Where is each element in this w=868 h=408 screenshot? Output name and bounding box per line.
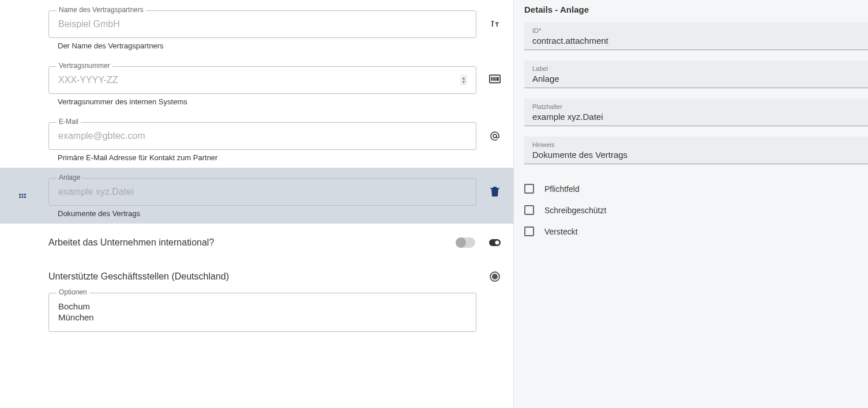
svg-point-11 bbox=[19, 196, 21, 198]
field-row-attachment[interactable]: Anlage Dokumente des Vertrags bbox=[0, 168, 513, 224]
option-item: München bbox=[58, 312, 467, 323]
checkboxes-section: Pflichtfeld Schreibgeschützt Versteckt bbox=[514, 178, 868, 242]
svg-point-16 bbox=[495, 241, 499, 245]
detail-field-label[interactable]: Label bbox=[524, 61, 868, 88]
details-panel: Details - Anlage ID* Label Platzhalter H… bbox=[513, 0, 868, 408]
options-box[interactable]: Bochum München bbox=[48, 293, 476, 332]
checkbox-row-required[interactable]: Pflichtfeld bbox=[514, 178, 868, 199]
options-wrapper: Optionen Bochum München bbox=[48, 293, 476, 332]
email-input[interactable] bbox=[48, 122, 476, 150]
checkbox-label: Pflichtfeld bbox=[544, 184, 580, 194]
question-text: Arbeitet das Unternehmen international? bbox=[48, 237, 456, 248]
section-header: Unterstützte Geschäftsstellen (Deutschla… bbox=[48, 271, 502, 282]
checkbox-label: Schreibgeschützt bbox=[544, 206, 606, 215]
checkbox-row-readonly[interactable]: Schreibgeschützt bbox=[514, 199, 868, 221]
detail-field-hint[interactable]: Hinweis bbox=[524, 137, 868, 164]
detail-field-placeholder[interactable]: Platzhalter bbox=[524, 99, 868, 126]
radio-type-icon bbox=[488, 271, 502, 282]
field-label: Name des Vertragspartners bbox=[57, 6, 146, 14]
checkbox-row-hidden[interactable]: Versteckt bbox=[514, 221, 868, 242]
drag-handle-icon[interactable] bbox=[18, 193, 27, 203]
attachment-input[interactable] bbox=[48, 178, 476, 206]
svg-rect-14 bbox=[490, 188, 499, 189]
field-row-email[interactable]: E-Mail Primäre E-Mail Adresse für Kontak… bbox=[0, 112, 513, 168]
field-label: Vertragsnummer bbox=[57, 62, 112, 70]
required-checkbox[interactable] bbox=[524, 184, 534, 194]
hint-input[interactable] bbox=[532, 150, 860, 160]
field-label: Anlage bbox=[57, 173, 82, 182]
stepper-down-icon[interactable]: ▼ bbox=[461, 80, 466, 84]
name-input[interactable] bbox=[48, 10, 476, 38]
delete-icon[interactable] bbox=[488, 186, 502, 197]
email-type-icon bbox=[488, 130, 502, 142]
label-input[interactable] bbox=[532, 74, 860, 84]
field-row-name[interactable]: Name des Vertragspartners Der Name des V… bbox=[0, 0, 513, 56]
field-row-contract-number[interactable]: Vertragsnummer ▲ ▼ Vertragsnummer des in… bbox=[0, 56, 513, 112]
svg-point-13 bbox=[24, 196, 26, 198]
hidden-checkbox[interactable] bbox=[524, 226, 534, 236]
options-label: Optionen bbox=[57, 288, 89, 296]
field-container: Vertragsnummer ▲ ▼ Vertragsnummer des in… bbox=[48, 56, 488, 112]
id-input[interactable] bbox=[532, 36, 860, 46]
field-help: Der Name des Vertragspartners bbox=[58, 41, 476, 50]
form-editor-panel: Name des Vertragspartners Der Name des V… bbox=[0, 0, 513, 408]
detail-label: Hinweis bbox=[532, 141, 860, 148]
field-wrapper: Name des Vertragspartners bbox=[48, 10, 476, 38]
contract-number-input[interactable] bbox=[48, 66, 476, 94]
readonly-checkbox[interactable] bbox=[524, 205, 534, 215]
field-label: E-Mail bbox=[57, 118, 81, 126]
field-help: Dokumente des Vertrags bbox=[58, 209, 476, 218]
placeholder-input[interactable] bbox=[532, 112, 860, 122]
field-container: Name des Vertragspartners Der Name des V… bbox=[48, 0, 488, 56]
field-wrapper: Anlage bbox=[48, 178, 476, 206]
field-help: Vertragsnummer des internen Systems bbox=[58, 97, 476, 106]
field-row-international[interactable]: Arbeitet das Unternehmen international? bbox=[0, 224, 513, 262]
svg-point-12 bbox=[21, 196, 23, 198]
svg-point-10 bbox=[24, 194, 26, 195]
barcode-type-icon bbox=[488, 74, 502, 84]
detail-label: Label bbox=[532, 65, 860, 72]
detail-field-id[interactable]: ID* bbox=[524, 22, 868, 50]
field-row-offices[interactable]: Unterstützte Geschäftsstellen (Deutschla… bbox=[0, 271, 513, 332]
text-type-icon bbox=[488, 18, 502, 30]
detail-label: ID* bbox=[532, 27, 860, 34]
number-stepper[interactable]: ▲ ▼ bbox=[460, 75, 467, 85]
field-help: Primäre E-Mail Adresse für Kontakt zum P… bbox=[58, 153, 476, 162]
field-container: E-Mail Primäre E-Mail Adresse für Kontak… bbox=[48, 112, 488, 168]
svg-point-8 bbox=[19, 194, 21, 195]
international-toggle[interactable] bbox=[456, 237, 475, 248]
checkbox-label: Versteckt bbox=[544, 227, 578, 236]
option-item: Bochum bbox=[58, 301, 467, 312]
field-wrapper: Vertragsnummer ▲ ▼ bbox=[48, 66, 476, 94]
toggle-type-icon bbox=[488, 239, 502, 246]
svg-point-9 bbox=[21, 194, 23, 195]
field-container: Anlage Dokumente des Vertrags bbox=[48, 168, 488, 224]
svg-point-7 bbox=[493, 134, 497, 138]
detail-label: Platzhalter bbox=[532, 103, 860, 110]
section-title: Unterstützte Geschäftsstellen (Deutschla… bbox=[48, 271, 488, 282]
svg-point-18 bbox=[493, 274, 497, 279]
details-title: Details - Anlage bbox=[514, 0, 868, 22]
field-wrapper: E-Mail bbox=[48, 122, 476, 150]
